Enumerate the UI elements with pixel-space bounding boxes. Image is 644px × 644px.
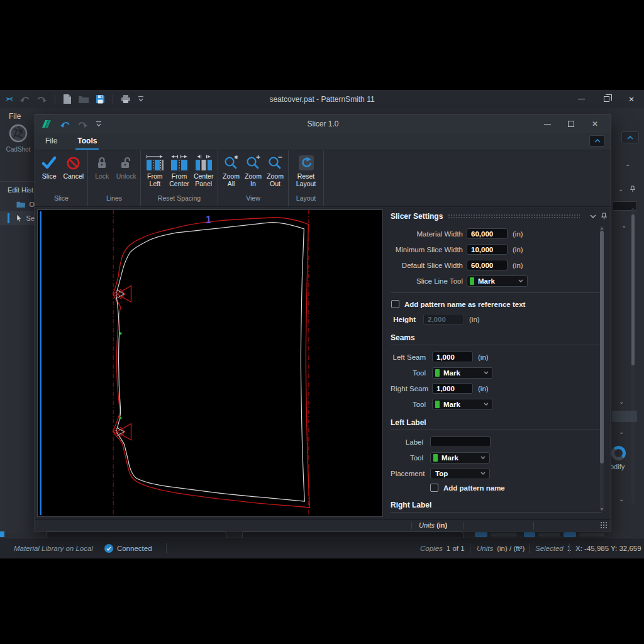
section-rule bbox=[391, 430, 602, 430]
open-file-icon[interactable] bbox=[78, 95, 89, 104]
from-center-button[interactable]: From Center bbox=[169, 153, 191, 194]
slicer-app-icon bbox=[42, 119, 53, 129]
new-file-icon[interactable] bbox=[63, 94, 72, 104]
default-slice-width-input[interactable] bbox=[467, 260, 508, 270]
lock-button[interactable]: Lock bbox=[91, 153, 113, 194]
connected-icon bbox=[104, 544, 113, 553]
copies-value: 1 of 1 bbox=[447, 545, 465, 552]
partial-control-fragment bbox=[242, 531, 464, 538]
left-label-input[interactable] bbox=[430, 436, 491, 447]
placement-dropdown[interactable]: Top bbox=[430, 468, 490, 479]
dropdown-chevron-icon[interactable]: ⌄ bbox=[619, 496, 624, 502]
from-left-button[interactable]: From Left bbox=[144, 153, 166, 194]
unlock-icon bbox=[119, 153, 133, 172]
height-label: Height bbox=[391, 316, 416, 323]
minimum-slice-width-input[interactable] bbox=[467, 244, 508, 255]
right-seam-tool-dropdown[interactable]: Mark bbox=[432, 399, 493, 410]
dialog-ribbon-collapse-button[interactable] bbox=[589, 135, 605, 147]
pattern-canvas[interactable]: 1 bbox=[37, 209, 383, 517]
slicer-settings-panel: Slicer Settings Material Width (in) Mini… bbox=[386, 209, 611, 517]
copies-label: Copies bbox=[420, 545, 443, 552]
from-left-icon bbox=[146, 153, 164, 172]
dialog-toolbar-dropdown-icon[interactable] bbox=[95, 121, 103, 128]
dialog-close-button[interactable]: ✕ bbox=[583, 115, 607, 133]
seams-section-title: Seams bbox=[391, 333, 602, 342]
left-seam-label: Left Seam bbox=[391, 353, 426, 361]
panel-pin-icon[interactable] bbox=[630, 186, 635, 192]
main-close-button[interactable]: ✕ bbox=[619, 90, 644, 108]
cancel-button[interactable]: Cancel bbox=[63, 153, 85, 194]
panel-collapse-chevron-icon[interactable]: ⌃ bbox=[625, 164, 630, 170]
unlock-button[interactable]: Unlock bbox=[116, 153, 138, 194]
undo-icon[interactable] bbox=[19, 95, 30, 103]
dialog-units-value: (in) bbox=[436, 521, 447, 529]
panel-pin-icon[interactable] bbox=[601, 213, 607, 220]
toolbar-dropdown-icon[interactable] bbox=[137, 96, 145, 103]
mark-tool-swatch bbox=[470, 277, 474, 285]
slice-line-tool-dropdown[interactable]: Mark bbox=[467, 275, 528, 287]
add-pattern-name-ref-checkbox[interactable] bbox=[391, 300, 399, 308]
zoom-in-button[interactable]: Zoom In bbox=[243, 153, 263, 194]
dropdown-chevron-icon[interactable]: ⌄ bbox=[619, 428, 624, 435]
dropdown-chevron-icon[interactable]: ⌄ bbox=[619, 398, 624, 405]
main-ribbon-collapse-button[interactable] bbox=[621, 131, 639, 143]
settings-scrollbar[interactable]: ▲ ▼ bbox=[600, 226, 604, 511]
main-minimize-button[interactable] bbox=[569, 90, 594, 108]
patternsmith-app-icon: ✂ bbox=[5, 94, 13, 104]
material-width-input[interactable] bbox=[467, 228, 508, 239]
left-label-tool-dropdown[interactable]: Mark bbox=[430, 452, 490, 464]
save-icon[interactable] bbox=[96, 94, 105, 104]
add-pattern-name-checkbox[interactable] bbox=[430, 484, 438, 492]
redo-icon[interactable] bbox=[36, 95, 47, 103]
scrollbar-up-arrow[interactable]: ▲ bbox=[599, 226, 604, 230]
edit-history-item-select[interactable]: Se bbox=[0, 211, 35, 225]
dropdown-chevron-icon bbox=[480, 472, 486, 475]
connected-status: Connected bbox=[117, 545, 152, 552]
section-rule bbox=[391, 345, 602, 345]
tab-file[interactable]: File bbox=[43, 136, 59, 150]
panel-drag-texture bbox=[448, 214, 580, 219]
height-input bbox=[423, 314, 464, 325]
reset-layout-button[interactable]: Reset Layout bbox=[292, 153, 320, 194]
scrollbar-down-arrow[interactable]: ▼ bbox=[599, 507, 604, 511]
zoom-all-button[interactable]: Zoom All bbox=[221, 153, 241, 194]
modify-tool-button[interactable]: odify bbox=[610, 446, 635, 470]
dialog-resize-grip[interactable] bbox=[600, 521, 608, 529]
dropdown-chevron-icon[interactable]: ⌄ bbox=[621, 222, 626, 229]
right-seam-label: Right Seam bbox=[391, 385, 426, 392]
dialog-titlebar: Slicer 1.0 ✕ bbox=[35, 115, 611, 133]
main-restore-button[interactable] bbox=[594, 90, 619, 108]
panel-header-chevron-icon[interactable]: ⌄ bbox=[618, 186, 623, 192]
cadshot-button[interactable]: CadShot bbox=[4, 123, 33, 153]
left-label-label: Label bbox=[391, 438, 423, 446]
print-icon[interactable] bbox=[121, 94, 131, 104]
settings-panel-header[interactable]: Slicer Settings bbox=[386, 209, 611, 223]
tab-tools[interactable]: Tools bbox=[75, 136, 99, 150]
material-width-label: Material Width bbox=[391, 230, 463, 238]
scrollbar-thumb[interactable] bbox=[600, 231, 604, 464]
center-panel-button[interactable]: Center Panel bbox=[192, 153, 214, 194]
main-titlebar: ✂ seatcover.pat - PatternSmith 11 ✕ bbox=[0, 90, 644, 108]
left-seam-input[interactable] bbox=[432, 352, 473, 362]
dialog-redo-icon[interactable] bbox=[77, 120, 88, 128]
zoom-out-button[interactable]: Zoom Out bbox=[265, 153, 285, 194]
group-caption-lines: Lines bbox=[88, 194, 140, 206]
edit-history-item-open[interactable]: O bbox=[0, 197, 35, 211]
group-caption-slice: Slice bbox=[35, 194, 87, 206]
modify-icon bbox=[611, 446, 626, 460]
dialog-maximize-button[interactable] bbox=[559, 115, 583, 133]
right-seam-input[interactable] bbox=[432, 383, 473, 394]
panel-chevron-down-icon[interactable] bbox=[590, 214, 596, 218]
dialog-minimize-button[interactable] bbox=[535, 115, 559, 133]
left-seam-tool-dropdown[interactable]: Mark bbox=[432, 367, 493, 379]
cursor-icon bbox=[16, 214, 23, 223]
scrollbar-thumb[interactable] bbox=[631, 214, 635, 365]
default-slice-width-label: Default Slice Width bbox=[391, 262, 463, 269]
unit-suffix: (in) bbox=[478, 385, 489, 392]
dialog-undo-icon[interactable] bbox=[60, 120, 70, 128]
main-file-menu[interactable]: File bbox=[9, 112, 21, 121]
slice-button[interactable]: Slice bbox=[38, 153, 60, 194]
units-value: (in) / (ft²) bbox=[497, 545, 525, 552]
edit-history-panel: Edit Hist O Se bbox=[0, 181, 35, 533]
partial-button-fragment bbox=[612, 411, 637, 422]
